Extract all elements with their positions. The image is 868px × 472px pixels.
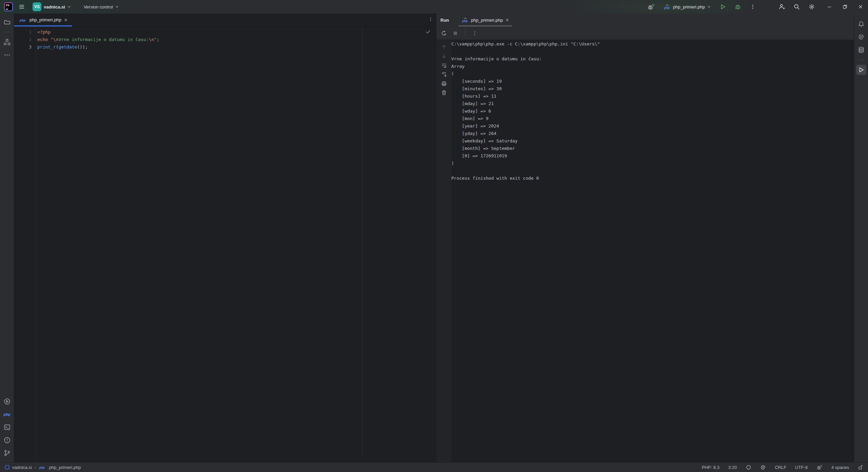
chevron-down-icon [115,5,119,8]
phpstorm-logo-text: PS [5,3,12,11]
caret-position-widget[interactable]: 3:20 [728,465,737,470]
project-widget[interactable]: VS vadnica.si [31,1,73,13]
run-config-name: php_primeri.php [673,4,705,9]
run-tool-icon [4,398,11,405]
inspections-ok-check-icon [426,29,431,34]
sidebar-item-database[interactable] [856,45,866,55]
editor-code[interactable]: <?phpecho "\nVrne informacije o datumu i… [36,26,159,462]
indent-widget[interactable]: 4 spaces [831,465,849,470]
close-tab-icon[interactable] [505,18,509,22]
code-line[interactable]: echo "\nVrne informacije o datumu in čas… [37,36,159,43]
kebab-icon [428,17,433,22]
sidebar-item-more-tool-windows[interactable] [2,50,12,60]
gear-icon [808,3,815,10]
close-button[interactable] [858,4,863,9]
close-icon [858,4,863,9]
sidebar-item-project[interactable] [2,17,12,27]
notifications-bell-icon [858,21,865,27]
svg-text:php: php [664,6,670,9]
minimize-button[interactable] [827,4,832,9]
editor-zone: php php_primeri.php 123 <?phpecho "\nVrn… [14,14,436,462]
scroll-to-end-icon [441,72,447,77]
settings-button[interactable] [807,2,816,12]
print-button[interactable] [441,81,447,86]
trash-icon [441,90,447,96]
code-with-me-button[interactable] [777,2,787,12]
soft-wrap-button[interactable] [441,62,447,68]
restore-button[interactable] [842,4,848,9]
hamburger-icon [19,4,25,10]
php-version-widget[interactable]: PHP: 8.3 [702,465,719,470]
stop-button[interactable] [451,28,460,38]
stripe-divider [4,32,11,32]
run-console-output[interactable]: C:\xampp\php\php.exe -c C:\xampp\php\php… [451,40,854,462]
status-circle-widget[interactable] [746,465,751,470]
sidebar-item-notifications[interactable] [856,19,866,29]
sidebar-item-php-console[interactable]: php [2,409,12,419]
sidebar-item-terminal[interactable] [2,422,12,432]
folder-icon [4,19,11,25]
more-actions-button[interactable] [748,2,757,12]
sidebar-item-structure[interactable] [2,37,12,47]
down-stack-trace-button[interactable] [441,53,447,59]
rerun-icon [441,30,447,36]
run-tool-window-icon [858,66,865,73]
toolbar-separator [465,30,465,37]
vcs-widget[interactable]: Version control [82,3,121,11]
problems-icon [4,437,11,444]
sidebar-item-ai-assistant[interactable] [856,32,866,42]
search-icon [793,3,800,10]
line-number[interactable]: 3 [14,43,32,51]
breadcrumb-file[interactable]: php_primeri.php [49,465,81,470]
database-icon [858,46,865,53]
scroll-to-end-button[interactable] [441,72,447,77]
sidebar-item-version-control[interactable] [2,448,12,458]
tab-options-button[interactable] [428,17,433,22]
php-run-config-icon: php [461,17,469,23]
run-more-options-button[interactable] [470,28,479,38]
search-everywhere-button[interactable] [792,2,802,12]
listen-debug-button[interactable] [646,2,656,12]
xdebug-status-widget[interactable] [816,464,823,470]
run-tool-window-header: Run php php_primeri.php [436,14,854,26]
close-tab-icon[interactable] [64,18,68,22]
debug-button[interactable] [733,2,743,12]
chevron-down-icon [67,5,71,8]
editor-gutter[interactable]: 123 [14,26,36,462]
sidebar-item-problems[interactable] [2,435,12,445]
run-tool-window: Run php php_primeri.php [436,14,854,462]
main-menu-button[interactable] [17,2,26,12]
line-ending-widget[interactable]: CRLF [775,465,786,470]
run-configuration-selector[interactable]: php php_primeri.php [661,3,713,11]
run-button[interactable] [718,2,728,12]
php-file-icon: php [39,465,46,470]
right-margin-guide [362,26,362,457]
breadcrumb-project[interactable]: vadnica.si [12,465,32,470]
inspection-widget[interactable] [426,29,431,34]
svg-text:php: php [39,466,45,469]
run-tab-php-primeri[interactable]: php php_primeri.php [457,14,513,26]
up-stack-trace-button[interactable] [441,44,447,50]
line-number[interactable]: 2 [14,36,32,43]
bug-listen-icon [647,3,655,11]
sidebar-item-run[interactable] [2,396,12,407]
clear-console-button[interactable] [441,90,447,96]
rerun-button[interactable] [439,28,449,38]
svg-text:php: php [19,18,25,22]
editor-tab-php-primeri[interactable]: php php_primeri.php [14,14,72,26]
code-line[interactable]: <?php [37,28,159,36]
printer-icon [441,81,447,86]
code-editor[interactable]: 123 <?phpecho "\nVrne informacije o datu… [14,26,436,462]
run-panel-title: Run [440,18,449,23]
kebab-icon [750,4,755,9]
encoding-widget[interactable]: UTF-8 [795,465,808,470]
unlocked-padlock-icon [858,465,863,470]
debug-bug-icon [734,3,741,10]
sidebar-item-run-active[interactable] [856,65,866,75]
readonly-toggle[interactable] [858,465,863,470]
code-line[interactable]: print_r(getdate()); [37,43,159,51]
ai-status-widget[interactable] [760,465,766,470]
run-toolbar [436,26,854,40]
line-number[interactable]: 1 [14,28,32,36]
circle-badge-icon [746,465,751,470]
